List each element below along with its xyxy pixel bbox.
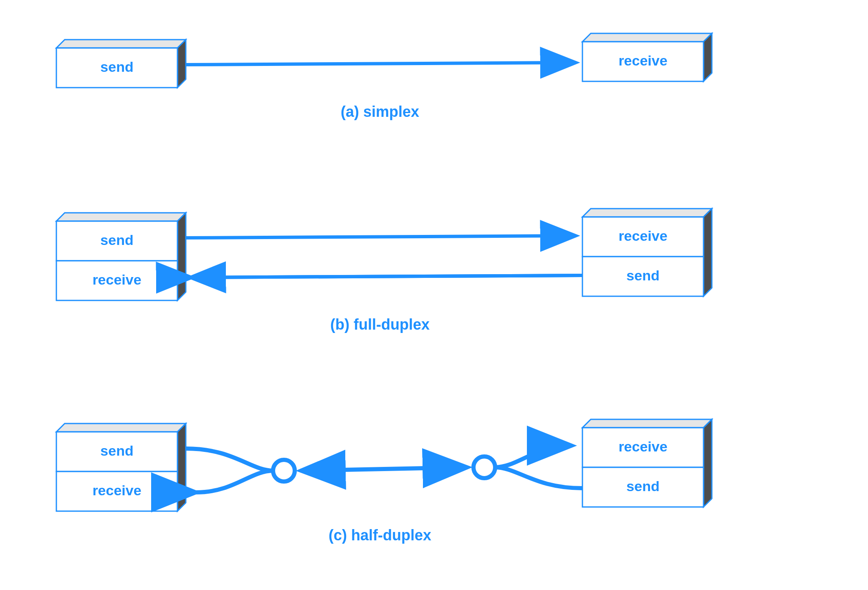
label-b-right-1: send <box>626 267 659 283</box>
box-a-left: send <box>56 40 186 88</box>
svg-marker-15 <box>56 424 186 432</box>
merge-c-left-in <box>196 471 273 492</box>
label-c-right-0: receive <box>618 439 667 454</box>
label-b-left-0: send <box>100 232 133 248</box>
svg-marker-6 <box>56 213 186 221</box>
diagram-canvas: send receive (a) simplex send receive <box>0 0 868 590</box>
merge-c-right-in <box>495 446 572 467</box>
section-full-duplex: send receive receive send (b) full-duple… <box>56 209 712 333</box>
label-c-right-1: send <box>626 478 659 494</box>
svg-marker-19 <box>582 419 712 428</box>
svg-marker-20 <box>704 419 712 507</box>
merge-c-right-out <box>495 467 582 488</box>
svg-marker-0 <box>56 40 186 48</box>
arrow-a <box>186 63 576 65</box>
box-b-left: send receive <box>56 213 186 300</box>
svg-marker-11 <box>704 209 712 296</box>
arrow-c-center <box>301 467 468 471</box>
label-c-left-0: send <box>100 443 133 459</box>
box-c-right: receive send <box>582 419 712 507</box>
label-a-right-0: receive <box>618 53 667 68</box>
label-c-left-1: receive <box>92 482 141 498</box>
svg-line-14 <box>190 275 582 277</box>
merge-c-left-out <box>186 449 273 471</box>
section-half-duplex: send receive receive send (c) half-duple… <box>56 419 712 544</box>
caption-c: (c) half-duplex <box>329 527 431 544</box>
arrow-b-top <box>186 236 576 238</box>
label-b-right-0: receive <box>618 228 667 244</box>
section-simplex: send receive (a) simplex <box>56 33 712 120</box>
label-a-left-0: send <box>100 59 133 75</box>
svg-marker-4 <box>704 33 712 81</box>
junction-c-right <box>473 456 495 478</box>
svg-marker-16 <box>177 424 186 511</box>
svg-marker-3 <box>582 33 712 42</box>
svg-marker-7 <box>177 213 186 300</box>
caption-b: (b) full-duplex <box>330 316 430 333</box>
junction-c-left <box>273 460 295 482</box>
box-b-right: receive send <box>582 209 712 296</box>
box-a-right: receive <box>582 33 712 81</box>
caption-a: (a) simplex <box>341 103 419 120</box>
box-c-left: send receive <box>56 424 186 511</box>
label-b-left-1: receive <box>92 272 141 287</box>
svg-marker-10 <box>582 209 712 217</box>
svg-marker-1 <box>177 40 186 88</box>
